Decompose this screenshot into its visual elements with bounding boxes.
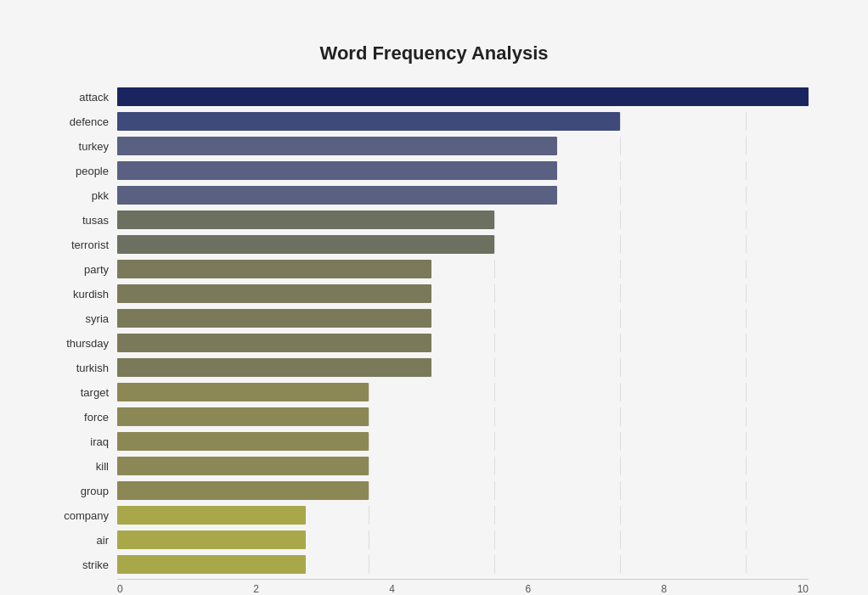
bar-row: party — [42, 258, 826, 280]
bar — [117, 309, 431, 328]
bar — [117, 137, 557, 155]
x-ticks: 0246810 — [117, 580, 809, 595]
bar-row: iraq — [42, 430, 826, 452]
chart-title: Word Frequency Analysis — [42, 42, 826, 65]
x-tick-label: 8 — [662, 583, 668, 595]
bar-row: thursday — [42, 332, 826, 354]
bar-label: target — [42, 386, 117, 399]
x-tick-label: 0 — [117, 583, 123, 595]
bar-row: turkey — [42, 135, 826, 157]
bars-area: attackdefenceturkeypeoplepkktusasterrori… — [42, 86, 826, 595]
bar — [117, 112, 620, 131]
bar — [117, 87, 809, 106]
bar-label: thursday — [42, 337, 117, 350]
bar-label: defence — [42, 115, 117, 128]
bar-row: pkk — [42, 184, 826, 206]
bar-label: kurdish — [42, 288, 117, 300]
bar — [117, 235, 494, 254]
bar-row: syria — [42, 307, 826, 329]
bar-label: company — [42, 509, 117, 522]
x-tick-label: 2 — [253, 583, 259, 595]
bar-row: group — [42, 480, 826, 502]
bar-label: air — [42, 534, 117, 547]
bar-label: turkish — [42, 362, 117, 374]
bar — [117, 334, 431, 352]
bar-label: tusas — [42, 214, 117, 227]
bar-label: party — [42, 263, 117, 276]
bar-label: people — [42, 165, 117, 177]
bar — [117, 186, 557, 205]
bar-label: terrorist — [42, 239, 117, 251]
bar — [117, 161, 557, 180]
bar-row: kurdish — [42, 283, 826, 305]
bar-label: turkey — [42, 140, 117, 153]
bar-row: force — [42, 406, 826, 428]
bar-row: strike — [42, 553, 826, 575]
bar-row: defence — [42, 110, 826, 132]
chart-area: attackdefenceturkeypeoplepkktusasterrori… — [42, 86, 826, 595]
bar-row: turkish — [42, 356, 826, 379]
bar-row: terrorist — [42, 233, 826, 255]
chart-container: Word Frequency Analysis attackdefencetur… — [17, 17, 851, 595]
bar — [117, 481, 369, 500]
bar — [117, 530, 306, 549]
x-axis: 0246810 Frequency — [117, 579, 826, 595]
x-tick-label: 6 — [525, 583, 531, 595]
bar-label: attack — [42, 91, 117, 104]
bar-row: attack — [42, 86, 826, 108]
bar-row: company — [42, 504, 826, 526]
bar-label: force — [42, 411, 117, 424]
bar-row: tusas — [42, 209, 826, 231]
x-tick-label: 10 — [798, 583, 809, 595]
bars-container: attackdefenceturkeypeoplepkktusasterrori… — [42, 86, 826, 575]
bar-label: syria — [42, 312, 117, 325]
bar-label: strike — [42, 559, 117, 571]
bar — [117, 432, 369, 451]
bar — [117, 457, 369, 475]
bar-label: group — [42, 485, 117, 497]
bar — [117, 506, 306, 525]
bar-row: people — [42, 160, 826, 182]
bar-row: kill — [42, 455, 826, 477]
bar — [117, 383, 369, 401]
bar-label: iraq — [42, 435, 117, 448]
bar — [117, 284, 431, 303]
bar — [117, 358, 431, 377]
bar-label: kill — [42, 460, 117, 473]
bar — [117, 407, 369, 426]
bar-label: pkk — [42, 189, 117, 202]
bar — [117, 210, 494, 229]
bar — [117, 260, 431, 278]
bar — [117, 555, 306, 574]
bar-row: air — [42, 529, 826, 551]
x-tick-label: 4 — [389, 583, 395, 595]
bar-row: target — [42, 381, 826, 403]
